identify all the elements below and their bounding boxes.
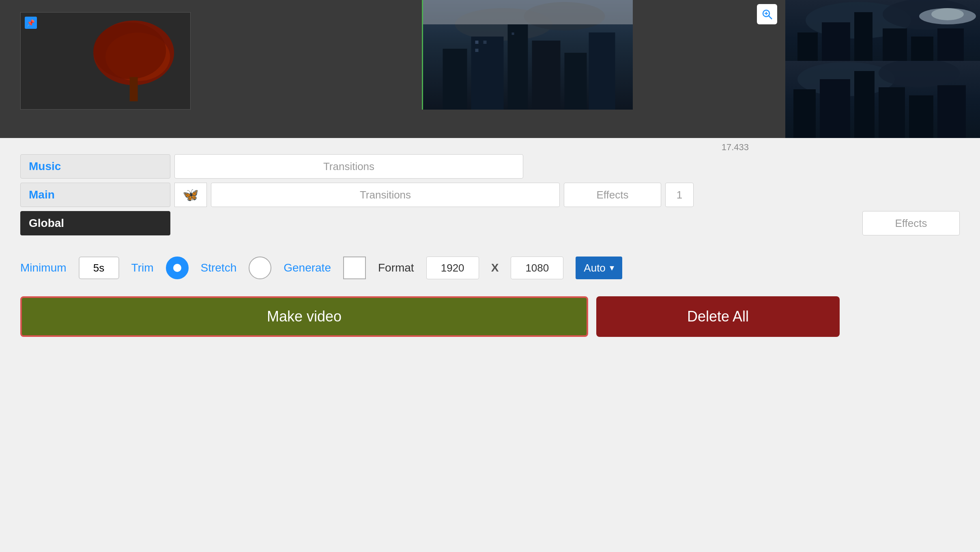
svg-rect-38 <box>854 71 875 138</box>
time-input[interactable]: 5s <box>79 257 119 279</box>
make-video-button[interactable]: Make video <box>20 296 588 337</box>
clip-thumbnail-left: 📌 <box>21 13 190 109</box>
bottom-controls: Minimum 5s Trim Stretch Generate Format … <box>0 252 980 284</box>
main-label: Main <box>29 188 55 201</box>
transitions-btn-music[interactable]: Transitions <box>174 154 523 179</box>
right-thumbnail-bottom <box>785 61 980 138</box>
auto-dropdown-icon: ▾ <box>610 263 614 273</box>
svg-rect-13 <box>589 32 615 110</box>
main-row: Main 🦋 Transitions Effects 1 <box>20 183 960 207</box>
svg-rect-39 <box>879 87 905 138</box>
generate-checkbox[interactable] <box>343 257 366 279</box>
svg-rect-41 <box>937 85 966 138</box>
delete-all-button[interactable]: Delete All <box>596 296 840 337</box>
width-value: 1920 <box>441 262 464 274</box>
svg-line-19 <box>769 16 772 19</box>
x-separator: X <box>491 261 499 274</box>
auto-label: Auto <box>584 262 606 274</box>
controls-section: Music Transitions Main 🦋 Transitions Eff… <box>0 146 980 248</box>
svg-rect-17 <box>512 32 514 35</box>
number-value-main: 1 <box>677 189 682 201</box>
clip-art <box>21 13 190 109</box>
time-value: 5s <box>93 262 104 274</box>
auto-button[interactable]: Auto ▾ <box>576 257 622 279</box>
stretch-label: Stretch <box>201 261 237 274</box>
global-label: Global <box>29 217 64 230</box>
global-row: Global Effects <box>20 211 960 235</box>
svg-rect-4 <box>130 77 138 101</box>
transitions-label-music: Transitions <box>323 160 374 173</box>
delete-all-label: Delete All <box>687 308 749 325</box>
height-input[interactable]: 1080 <box>511 257 563 279</box>
timeline-clip-middle[interactable] <box>422 0 633 110</box>
svg-point-3 <box>93 22 166 79</box>
svg-rect-36 <box>793 89 816 138</box>
generate-label: Generate <box>284 261 331 274</box>
stretch-radio[interactable] <box>249 257 271 279</box>
effects-label-global: Effects <box>895 217 927 230</box>
right-panel <box>753 0 980 138</box>
svg-point-29 <box>931 8 964 20</box>
height-value: 1080 <box>525 262 549 274</box>
svg-rect-16 <box>475 49 479 52</box>
timeline-clip-left[interactable]: 📌 <box>20 12 191 110</box>
trim-radio[interactable] <box>166 257 189 279</box>
svg-rect-15 <box>484 41 487 44</box>
transitions-label-main: Transitions <box>360 189 411 201</box>
minimum-label: Minimum <box>20 261 67 274</box>
action-row: Make video Delete All <box>0 296 980 337</box>
music-label-btn[interactable]: Music <box>20 154 170 179</box>
svg-rect-12 <box>565 53 587 110</box>
svg-rect-11 <box>532 41 561 110</box>
global-label-btn[interactable]: Global <box>20 211 170 235</box>
trim-label: Trim <box>131 261 154 274</box>
svg-rect-9 <box>471 37 504 110</box>
width-input[interactable]: 1920 <box>426 257 479 279</box>
zoom-icon <box>761 9 773 20</box>
bottom-spacer <box>0 345 980 552</box>
svg-rect-40 <box>909 95 933 138</box>
clip-pin: 📌 <box>25 17 37 29</box>
number-input-main[interactable]: 1 <box>665 183 694 207</box>
butterfly-icon: 🦋 <box>183 187 199 203</box>
svg-rect-8 <box>443 49 467 110</box>
format-label: Format <box>378 261 414 274</box>
effects-btn-main[interactable]: Effects <box>564 183 661 207</box>
effects-label-main: Effects <box>596 189 628 201</box>
right-city-bottom <box>785 61 980 138</box>
svg-rect-10 <box>508 24 528 110</box>
clip-top-overlay <box>423 0 633 24</box>
svg-rect-37 <box>820 79 850 138</box>
zoom-button[interactable] <box>757 4 777 24</box>
transitions-btn-main[interactable]: Transitions <box>211 183 560 207</box>
make-video-label: Make video <box>267 308 342 325</box>
butterfly-thumbnail[interactable]: 🦋 <box>174 183 207 207</box>
music-label: Music <box>29 160 61 173</box>
main-label-btn[interactable]: Main <box>20 183 170 207</box>
music-row: Music Transitions <box>20 154 960 179</box>
effects-btn-global[interactable]: Effects <box>862 211 960 235</box>
svg-rect-14 <box>475 41 479 44</box>
